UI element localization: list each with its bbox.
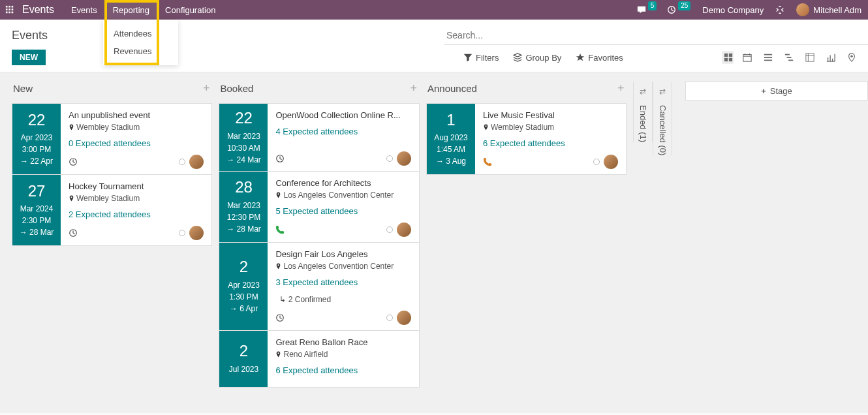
confirmed-attendees[interactable]: ↳ 2 Confirmed [279,295,411,304]
responsible-avatar[interactable] [189,226,204,240]
nav-configuration[interactable]: Configuration [157,0,223,20]
favorites-button[interactable]: Favorites [576,53,623,63]
company-switcher[interactable]: Demo Company [696,5,770,15]
filters-button[interactable]: Filters [463,53,499,63]
expected-attendees[interactable]: 6 Expected attendees [483,138,618,148]
nav-events[interactable]: Events [63,0,105,20]
calendar-view-icon[interactable] [743,53,754,62]
card-body: Hockey Tournament Wembley Stadium2 Expec… [61,175,211,245]
topbar-right: 5 25 Demo Company Mitchell Adm [632,0,868,20]
event-card[interactable]: 2Apr 20231:30 PM→ 6 AprDesign Fair Los A… [219,243,419,331]
event-card[interactable]: 22Mar 202310:30 AM→ 24 MarOpenWood Colle… [219,103,419,172]
svg-rect-5 [12,8,14,10]
responsible-avatar[interactable] [189,155,204,169]
graph-view-icon[interactable] [826,53,838,62]
event-title: Great Reno Ballon Race [275,337,411,347]
activities-tray[interactable]: 25 [662,5,696,14]
pivot-view-icon[interactable] [805,53,817,62]
quick-create-icon[interactable]: + [410,82,417,95]
kanban-state-dot[interactable] [179,230,185,236]
expected-attendees[interactable]: 4 Expected attendees [275,127,411,136]
column-header: Booked+ [219,82,419,103]
card-date: 2Jul 2023 [219,331,268,387]
event-title: An unpublished event [69,110,204,120]
event-location: Los Angeles Convention Center [275,262,411,271]
responsible-avatar[interactable] [397,151,411,166]
apps-icon[interactable] [0,5,20,14]
activity-icon[interactable] [69,228,78,238]
user-menu[interactable]: Mitchell Adm [790,3,868,16]
event-location: Wembley Stadium [483,123,618,132]
add-stage-button[interactable]: +Stage [685,82,868,100]
kanban-state-dot[interactable] [386,155,393,162]
card-date: 2Apr 20231:30 PM→ 6 Apr [219,243,268,330]
card-footer [483,155,618,169]
expected-attendees[interactable]: 2 Expected attendees [69,209,204,219]
search-input[interactable] [444,26,868,45]
quick-create-icon[interactable]: + [203,82,210,95]
card-date: 27Mar 20242:30 PM→ 28 Mar [12,175,61,245]
column-header: Announced+ [426,82,627,103]
new-button[interactable]: NEW [12,50,46,65]
expected-attendees[interactable]: 3 Expected attendees [275,277,411,287]
nav-reporting[interactable]: Reporting [105,0,157,20]
kanban-state-dot[interactable] [593,159,600,165]
kanban-state-dot[interactable] [179,159,185,165]
svg-point-19 [850,55,853,58]
folded-column[interactable]: ⇄Ended (1) [633,82,653,142]
svg-rect-6 [6,12,8,14]
activity-icon[interactable] [69,157,78,166]
groupby-button[interactable]: Group By [513,53,561,63]
event-card[interactable]: 28Mar 202312:30 PM→ 28 MarConference for… [219,172,419,243]
event-title: OpenWood Collection Online R... [275,110,411,120]
kanban-state-dot[interactable] [386,226,393,233]
map-view-icon[interactable] [847,53,859,62]
dropdown-revenues[interactable]: Revenues [103,42,178,60]
svg-rect-8 [12,12,14,14]
activity-icon[interactable] [275,313,285,322]
activities-badge: 25 [678,1,690,10]
svg-rect-18 [806,54,814,61]
card-date: 28Mar 202312:30 PM→ 28 Mar [219,172,268,242]
card-body: Conference for Architects Los Angeles Co… [268,172,418,242]
dropdown-attendees[interactable]: Attendees [103,25,178,42]
card-footer [275,151,411,166]
view-switcher [722,51,868,64]
kanban-state-dot[interactable] [386,315,393,321]
svg-rect-2 [12,6,14,8]
kanban-view-icon[interactable] [722,51,734,64]
expected-attendees[interactable]: 6 Expected attendees [275,365,411,375]
activity-icon[interactable] [275,154,285,163]
column-title: Announced [427,83,477,94]
svg-rect-11 [729,54,732,57]
event-card[interactable]: 22Apr 20233:00 PM→ 22 AprAn unpublished … [12,103,212,175]
event-card[interactable]: 27Mar 20242:30 PM→ 28 MarHockey Tourname… [12,175,212,246]
responsible-avatar[interactable] [397,223,411,237]
debug-icon[interactable] [770,5,790,14]
event-location: Los Angeles Convention Center [275,191,411,200]
event-card[interactable]: 1Aug 20231:45 AM→ 3 AugLive Music Festiv… [426,103,627,175]
gantt-view-icon[interactable] [784,53,796,62]
expected-attendees[interactable]: 0 Expected attendees [69,138,204,148]
activity-icon[interactable] [483,157,492,166]
list-view-icon[interactable] [764,53,775,62]
event-location: Reno Airfield [275,350,411,359]
quick-create-icon[interactable]: + [617,82,625,95]
event-card[interactable]: 2Jul 2023Great Reno Ballon Race Reno Air… [219,331,419,388]
svg-rect-13 [729,58,732,61]
messages-tray[interactable]: 5 [632,5,662,14]
folded-column[interactable]: ⇄Cancelled (0) [653,82,672,155]
activity-icon[interactable] [275,225,285,234]
event-title: Hockey Tournament [69,181,204,191]
responsible-avatar[interactable] [604,155,618,169]
nav-items: Events Reporting Configuration [63,0,223,20]
responsible-avatar[interactable] [397,311,411,325]
expected-attendees[interactable]: 5 Expected attendees [275,206,411,216]
kanban-column: Booked+22Mar 202310:30 AM→ 24 MarOpenWoo… [219,82,419,388]
card-body: Design Fair Los Angeles Los Angeles Conv… [268,243,418,330]
search-container [444,26,868,45]
reporting-dropdown: Attendees Revenues [103,20,178,65]
event-title: Design Fair Los Angeles [275,249,411,259]
card-date: 22Mar 202310:30 AM→ 24 Mar [219,104,268,171]
svg-rect-14 [743,55,751,62]
